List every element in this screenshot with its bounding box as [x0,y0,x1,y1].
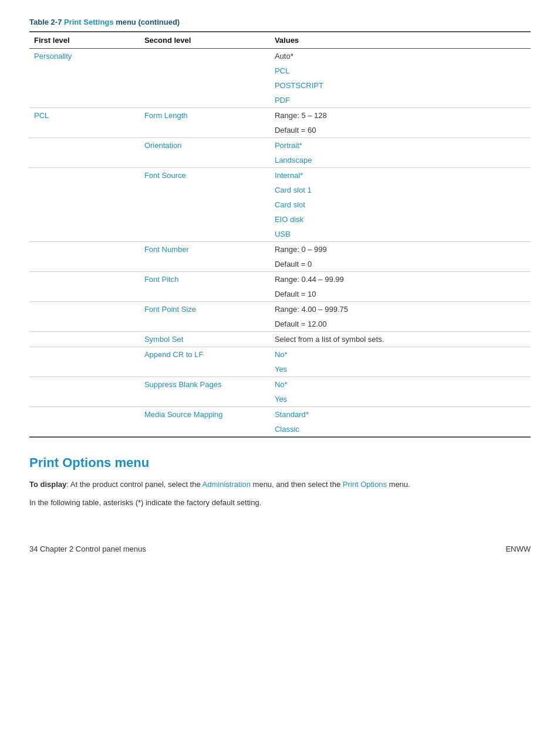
footer: 34 Chapter 2 Control panel menus ENWW [29,545,531,553]
value-cell: Landscape [270,153,531,168]
value-cell: Default = 10 [270,287,531,302]
first-level-cell [29,377,140,392]
table-title-prefix: Table 2-7 [29,18,64,26]
table-title-suffix: menu (continued) [114,18,180,26]
admin-link[interactable]: Administration [203,480,251,489]
value-cell: Portrait* [270,138,531,153]
first-level-cell [29,422,140,437]
print-options-section: Print Options menu To display: At the pr… [29,455,531,509]
first-level-cell[interactable] [29,93,140,108]
second-level-cell[interactable] [140,317,270,332]
value-cell: USB [270,227,531,242]
value-cell: Range: 4.00 – 999.75 [270,302,531,317]
first-level-cell[interactable]: Personality [29,49,140,64]
print-settings-table: First level Second level Values Personal… [29,31,531,438]
value-cell: No* [270,347,531,362]
second-level-cell[interactable] [140,287,270,302]
value-cell: Range: 0 – 999 [270,242,531,257]
to-display-label: To display [29,480,66,489]
second-level-cell[interactable] [140,362,270,377]
first-level-cell [29,347,140,362]
second-level-cell[interactable]: Orientation [140,138,270,153]
first-level-cell[interactable] [29,63,140,78]
first-level-cell [29,257,140,272]
value-cell: Yes [270,362,531,377]
value-cell: No* [270,377,531,392]
print-text: menu. [387,480,410,489]
admin-text: menu, and then select the [251,480,343,489]
value-cell: Yes [270,392,531,407]
footer-chapter-text: Chapter 2 Control panel menus [40,545,146,553]
first-level-cell[interactable]: PCL [29,108,140,123]
value-cell: Card slot 1 [270,183,531,197]
value-cell: Default = 60 [270,123,531,138]
second-level-cell[interactable] [140,392,270,407]
print-link[interactable]: Print Options [343,480,387,489]
first-level-cell [29,362,140,377]
first-level-cell [29,317,140,332]
second-level-cell[interactable]: Font Number [140,242,270,257]
second-level-cell[interactable]: Symbol Set [140,332,270,347]
second-level-cell [140,93,270,108]
second-level-cell[interactable] [140,183,270,197]
first-level-cell [29,138,140,153]
value-cell: Standard* [270,407,531,422]
second-level-cell[interactable] [140,153,270,168]
first-level-cell[interactable] [29,123,140,138]
first-level-cell [29,153,140,168]
table-title: Table 2-7 Print Settings menu (continued… [29,18,531,26]
page-number: 34 [29,545,38,553]
col-header-first: First level [29,32,140,49]
second-level-cell[interactable]: Form Length [140,108,270,123]
value-cell: Internal* [270,168,531,183]
first-level-cell [29,302,140,317]
value-cell: Range: 0.44 – 99.99 [270,272,531,287]
second-level-cell[interactable]: Suppress Blank Pages [140,377,270,392]
value-cell: POSTSCRIPT [270,78,531,93]
second-level-cell [140,78,270,93]
first-level-cell [29,242,140,257]
second-level-cell[interactable]: Append CR to LF [140,347,270,362]
second-level-cell [140,63,270,78]
second-level-cell[interactable] [140,212,270,227]
first-level-cell [29,392,140,407]
value-cell: PDF [270,93,531,108]
value-cell: Default = 0 [270,257,531,272]
value-cell: PCL [270,63,531,78]
table-title-link[interactable]: Print Settings [64,18,114,26]
footer-left: 34 Chapter 2 Control panel menus [29,545,146,553]
col-header-second: Second level [140,32,270,49]
first-level-cell[interactable] [29,78,140,93]
body-text: In the following table, asterisks (*) in… [29,497,531,509]
first-level-cell [29,407,140,422]
value-cell: Default = 12.00 [270,317,531,332]
value-cell: Card slot [270,197,531,212]
to-display-paragraph: To display: At the product control panel… [29,479,531,491]
col-header-values: Values [270,32,531,49]
first-level-cell [29,183,140,197]
second-level-cell[interactable]: Font Source [140,168,270,183]
second-level-cell[interactable] [140,227,270,242]
second-level-cell [140,49,270,64]
value-cell: Auto* [270,49,531,64]
second-level-cell[interactable] [140,257,270,272]
value-cell: Classic [270,422,531,437]
first-level-cell [29,332,140,347]
second-level-cell[interactable]: Media Source Mapping [140,407,270,422]
first-level-cell [29,168,140,183]
first-level-cell [29,227,140,242]
value-cell: Range: 5 – 128 [270,108,531,123]
second-level-cell[interactable]: Font Point Size [140,302,270,317]
section-heading: Print Options menu [29,455,531,471]
second-level-cell[interactable] [140,422,270,437]
first-level-cell [29,212,140,227]
to-display-text: : At the product control panel, select t… [66,480,202,489]
second-level-cell[interactable]: Font Pitch [140,272,270,287]
first-level-cell [29,197,140,212]
first-level-cell [29,272,140,287]
second-level-cell[interactable] [140,197,270,212]
footer-brand: ENWW [505,545,531,553]
first-level-cell [29,287,140,302]
second-level-cell[interactable] [140,123,270,138]
value-cell: Select from a list of symbol sets. [270,332,531,347]
